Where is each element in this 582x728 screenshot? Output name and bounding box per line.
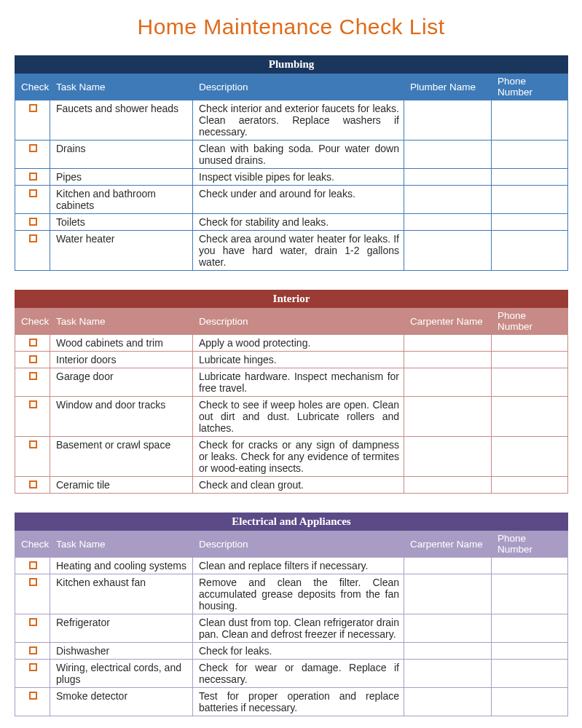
task-description: Clean and replace filters if necessary.	[193, 558, 404, 574]
check-cell	[15, 614, 50, 643]
section-title: Electrical and Appliances	[15, 513, 568, 531]
col-phone-header: Phone Number	[492, 74, 568, 100]
col-check-header: Check	[15, 531, 50, 558]
task-description: Remove and clean the filter. Clean accum…	[193, 574, 404, 614]
checkbox-icon[interactable]	[29, 480, 37, 488]
task-name: Window and door tracks	[50, 397, 193, 437]
task-name: Refrigerator	[50, 614, 193, 643]
worker-name	[404, 688, 492, 716]
table-row: Garage doorLubricate hardware. Inspect m…	[15, 368, 568, 397]
col-worker-header: Plumber Name	[404, 74, 492, 100]
worker-name	[404, 574, 492, 614]
phone-number	[492, 335, 568, 352]
checkbox-icon[interactable]	[29, 355, 37, 363]
checkbox-icon[interactable]	[29, 578, 37, 586]
worker-name	[404, 437, 492, 477]
task-name: Dishwasher	[50, 643, 193, 660]
task-description: Test for proper operation and replace ba…	[193, 688, 404, 716]
checkbox-icon[interactable]	[29, 400, 37, 408]
page-title: Home Maintenance Check List	[15, 15, 567, 39]
phone-number	[492, 231, 568, 271]
table-row: ToiletsCheck for stability and leaks.	[15, 214, 568, 231]
check-cell	[15, 688, 50, 716]
checkbox-icon[interactable]	[29, 173, 37, 181]
phone-number	[492, 214, 568, 231]
task-name: Wiring, electrical cords, and plugs	[50, 660, 193, 688]
col-desc-header: Description	[193, 308, 404, 335]
task-description: Inspect visible pipes for leaks.	[193, 169, 404, 186]
section-table-electrical: Electrical and AppliancesCheckTask NameD…	[15, 513, 568, 716]
task-name: Interior doors	[50, 352, 193, 368]
checkbox-icon[interactable]	[29, 339, 37, 347]
worker-name	[404, 558, 492, 574]
checkbox-icon[interactable]	[29, 372, 37, 380]
task-description: Check for stability and leaks.	[193, 214, 404, 231]
task-description: Check for leaks.	[193, 643, 404, 660]
checkbox-icon[interactable]	[29, 144, 37, 152]
section-table-interior: InteriorCheckTask NameDescriptionCarpent…	[15, 290, 568, 494]
checkbox-icon[interactable]	[29, 440, 37, 448]
table-row: DishwasherCheck for leaks.	[15, 643, 568, 660]
worker-name	[404, 368, 492, 397]
task-description: Check area around water heater for leaks…	[193, 231, 404, 271]
checkbox-icon[interactable]	[29, 692, 37, 700]
phone-number	[492, 100, 568, 141]
col-phone-header: Phone Number	[492, 531, 568, 558]
col-phone-header: Phone Number	[492, 308, 568, 335]
task-description: Check for cracks or any sign of dampness…	[193, 437, 404, 477]
col-worker-header: Carpenter Name	[404, 308, 492, 335]
worker-name	[404, 352, 492, 368]
col-check-header: Check	[15, 74, 50, 100]
checkbox-icon[interactable]	[29, 663, 37, 671]
checkbox-icon[interactable]	[29, 561, 37, 569]
worker-name	[404, 141, 492, 169]
check-cell	[15, 352, 50, 368]
checkbox-icon[interactable]	[29, 104, 37, 112]
table-row: Wiring, electrical cords, and plugsCheck…	[15, 660, 568, 688]
table-row: Wood cabinets and trimApply a wood prote…	[15, 335, 568, 352]
task-description: Check and clean grout.	[193, 477, 404, 494]
worker-name	[404, 477, 492, 494]
checkbox-icon[interactable]	[29, 646, 37, 654]
table-row: Faucets and shower headsCheck interior a…	[15, 100, 568, 141]
phone-number	[492, 368, 568, 397]
phone-number	[492, 477, 568, 494]
table-row: PipesInspect visible pipes for leaks.	[15, 169, 568, 186]
check-cell	[15, 477, 50, 494]
task-name: Pipes	[50, 169, 193, 186]
task-name: Kitchen exhaust fan	[50, 574, 193, 614]
worker-name	[404, 214, 492, 231]
checkbox-icon[interactable]	[29, 618, 37, 626]
checkbox-icon[interactable]	[29, 234, 37, 242]
task-name: Water heater	[50, 231, 193, 271]
phone-number	[492, 614, 568, 643]
phone-number	[492, 558, 568, 574]
task-name: Smoke detector	[50, 688, 193, 716]
table-row: Basement or crawl spaceCheck for cracks …	[15, 437, 568, 477]
check-cell	[15, 231, 50, 271]
check-cell	[15, 643, 50, 660]
task-description: Clean with baking soda. Pour water down …	[193, 141, 404, 169]
check-cell	[15, 141, 50, 169]
check-cell	[15, 214, 50, 231]
worker-name	[404, 335, 492, 352]
task-description: Apply a wood protecting.	[193, 335, 404, 352]
worker-name	[404, 643, 492, 660]
worker-name	[404, 169, 492, 186]
phone-number	[492, 660, 568, 688]
phone-number	[492, 352, 568, 368]
phone-number	[492, 186, 568, 214]
check-cell	[15, 335, 50, 352]
task-description: Check interior and exterior faucets for …	[193, 100, 404, 141]
checkbox-icon[interactable]	[29, 218, 37, 226]
col-task-header: Task Name	[50, 308, 193, 335]
col-task-header: Task Name	[50, 531, 193, 558]
phone-number	[492, 141, 568, 169]
check-cell	[15, 397, 50, 437]
col-task-header: Task Name	[50, 74, 193, 100]
check-cell	[15, 437, 50, 477]
checkbox-icon[interactable]	[29, 189, 37, 197]
check-cell	[15, 100, 50, 141]
worker-name	[404, 186, 492, 214]
task-description: Clean dust from top. Clean refrigerator …	[193, 614, 404, 643]
